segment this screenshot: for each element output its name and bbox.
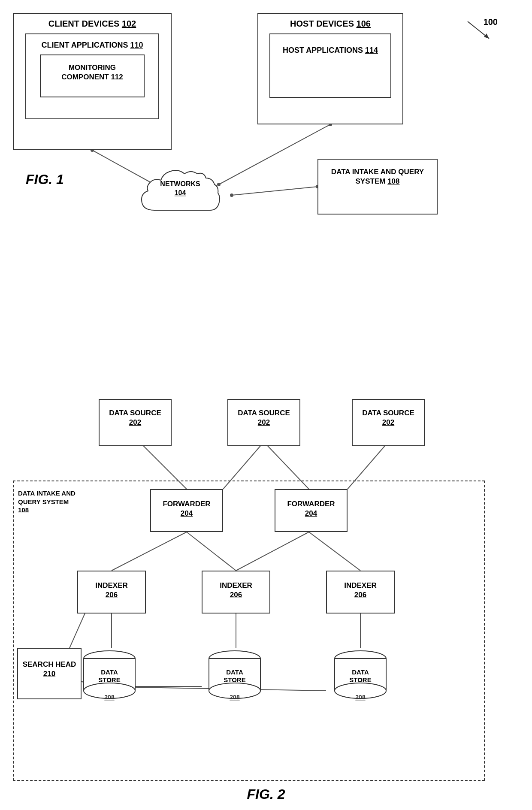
networks-label: NETWORKS 104: [160, 180, 200, 198]
host-devices-box: HOST DEVICES 106 HOST APPLICATIONS 114: [257, 13, 403, 124]
svg-marker-1: [484, 33, 489, 39]
host-devices-title: HOST DEVICES 106: [263, 18, 398, 29]
fig1-label: FIG. 1: [26, 172, 64, 187]
svg-text:208: 208: [355, 694, 366, 701]
fig2-diagram: DATA INTAKE AND QUERY SYSTEM 108 DATA SO…: [9, 395, 523, 807]
data-source-1: DATA SOURCE 202: [99, 399, 172, 446]
client-devices-title: CLIENT DEVICES 102: [18, 18, 166, 29]
datastore-2: DATA STORE 208: [200, 648, 269, 704]
svg-line-5: [219, 124, 330, 184]
svg-text:STORE: STORE: [98, 676, 120, 683]
svg-text:DATA: DATA: [352, 668, 369, 676]
client-devices-box: CLIENT DEVICES 102 CLIENT APPLICATIONS 1…: [13, 13, 172, 150]
data-intake-title: DATA INTAKE AND QUERY SYSTEM 108: [323, 167, 432, 186]
diqs-label: DATA INTAKE AND QUERY SYSTEM 108: [18, 489, 87, 514]
client-apps-box: CLIENT APPLICATIONS 110 MONITORING COMPO…: [25, 33, 159, 119]
data-source-3: DATA SOURCE 202: [352, 399, 425, 446]
fig2-label: FIG. 2: [247, 786, 285, 802]
indexer-1: INDEXER 206: [77, 571, 146, 614]
networks-cloud: NETWORKS 104: [129, 154, 232, 223]
host-apps-title: HOST APPLICATIONS 114: [275, 45, 386, 55]
monitoring-title: MONITORING COMPONENT 112: [45, 63, 139, 82]
datastore-3: DATA STORE 208: [326, 648, 395, 704]
svg-text:STORE: STORE: [349, 676, 371, 683]
svg-text:208: 208: [104, 694, 115, 701]
datastore-1: DATA STORE 208: [75, 648, 144, 704]
svg-text:208: 208: [230, 694, 240, 701]
monitoring-box: MONITORING COMPONENT 112: [40, 54, 145, 97]
data-intake-box: DATA INTAKE AND QUERY SYSTEM 108: [317, 159, 438, 215]
diqs-border: [13, 481, 485, 781]
indexer-3: INDEXER 206: [326, 571, 395, 614]
indexer-2: INDEXER 206: [202, 571, 270, 614]
data-source-2: DATA SOURCE 202: [227, 399, 300, 446]
svg-text:DATA: DATA: [101, 668, 118, 676]
fig1-diagram: 100 CLIENT DEVICES 102 CLIENT: [9, 9, 523, 386]
svg-text:STORE: STORE: [224, 676, 245, 683]
svg-line-8: [232, 187, 317, 195]
host-apps-box: HOST APPLICATIONS 114: [269, 33, 391, 98]
svg-text:DATA: DATA: [226, 668, 243, 676]
client-apps-title: CLIENT APPLICATIONS 110: [30, 40, 154, 50]
forwarder-2: FORWARDER 204: [275, 489, 348, 532]
forwarder-1: FORWARDER 204: [150, 489, 223, 532]
search-head-box: SEARCH HEAD 210: [17, 648, 82, 699]
